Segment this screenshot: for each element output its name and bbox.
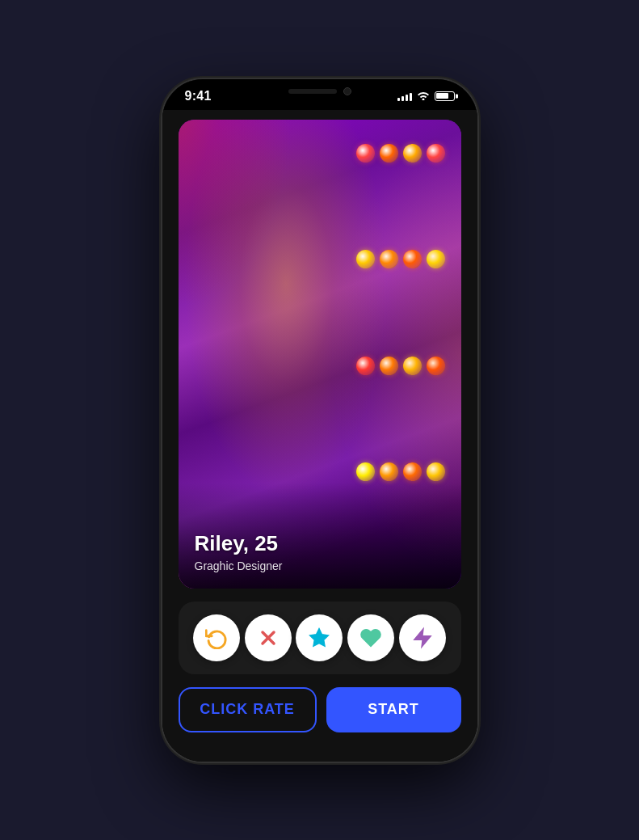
dislike-button[interactable] xyxy=(245,614,292,661)
superlike-button[interactable] xyxy=(296,614,343,661)
boost-button[interactable] xyxy=(399,614,446,661)
main-content: Riley, 25 Graghic Designer xyxy=(162,110,477,757)
profile-image: Riley, 25 Graghic Designer xyxy=(179,120,461,589)
status-icons xyxy=(397,90,455,103)
status-time: 9:41 xyxy=(185,89,212,103)
notch-camera xyxy=(343,87,351,95)
signal-icon xyxy=(397,91,412,101)
svg-marker-3 xyxy=(414,628,431,647)
notch xyxy=(259,79,380,103)
svg-marker-2 xyxy=(310,628,329,646)
phone-frame: 9:41 xyxy=(162,79,477,762)
battery-fill xyxy=(436,93,448,99)
profile-info: Riley, 25 Graghic Designer xyxy=(179,483,461,589)
click-rate-button[interactable]: CLICK RATE xyxy=(179,687,317,732)
bottom-buttons: CLICK RATE START xyxy=(179,687,461,741)
screen: 9:41 xyxy=(162,79,477,762)
profile-card[interactable]: Riley, 25 Graghic Designer xyxy=(179,120,461,589)
profile-job: Graghic Designer xyxy=(195,559,445,572)
start-button[interactable]: START xyxy=(326,687,461,732)
notch-speaker xyxy=(288,89,337,94)
like-button[interactable] xyxy=(347,614,394,661)
rewind-button[interactable] xyxy=(193,614,240,661)
battery-icon xyxy=(435,91,455,101)
action-buttons-row xyxy=(179,602,461,674)
profile-name: Riley, 25 xyxy=(195,531,445,556)
wifi-icon xyxy=(417,90,430,103)
